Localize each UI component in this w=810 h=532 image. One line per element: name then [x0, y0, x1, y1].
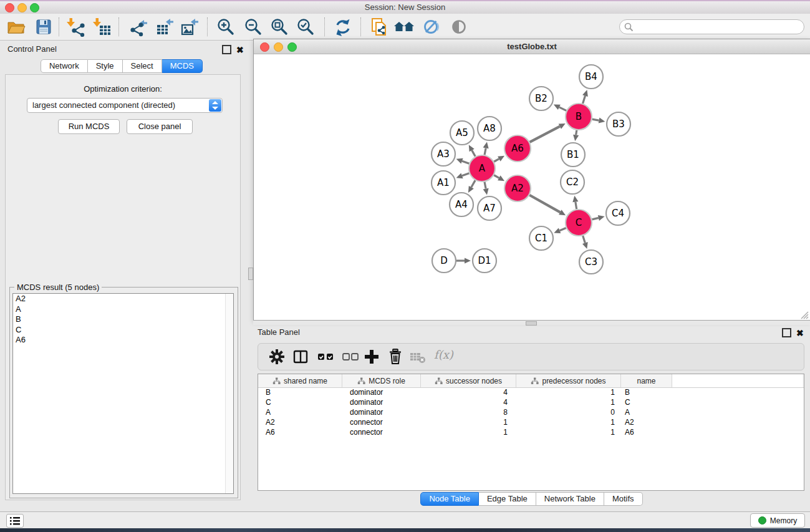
table-cell: B — [621, 388, 672, 398]
edge-A-A8 — [485, 148, 486, 155]
open-session-button[interactable] — [6, 17, 26, 37]
delete-column-button[interactable] — [385, 347, 405, 367]
select-all-button[interactable] — [316, 347, 335, 367]
split-columns-icon — [291, 347, 311, 367]
criterion-select[interactable]: largest connected component (directed) — [27, 98, 223, 113]
table-row[interactable]: A2connector11A2 — [258, 418, 804, 428]
tab-node-table[interactable]: Node Table — [420, 492, 479, 506]
tab-style[interactable]: Style — [88, 59, 123, 73]
hide-graphics-details-button[interactable] — [422, 17, 441, 37]
toolbar-separator — [207, 17, 208, 36]
zoom-selected-icon — [296, 17, 316, 37]
result-list-item[interactable]: C — [13, 325, 233, 336]
result-list-scrollbar[interactable] — [225, 294, 233, 493]
result-list-item[interactable]: B — [13, 314, 233, 325]
zoom-selected-button[interactable] — [296, 17, 316, 37]
table-row[interactable]: Bdominator41B — [258, 388, 804, 398]
main-toolbar — [0, 14, 810, 41]
tab-select[interactable]: Select — [123, 59, 162, 73]
column-header-shared-name[interactable]: shared name — [258, 374, 342, 387]
table-cell: 1 — [421, 418, 516, 428]
hierarchy-icon — [357, 377, 365, 385]
table-panel-float-icon[interactable] — [782, 328, 791, 337]
network-canvas[interactable]: AA1A2A3A4A5A6A7A8BB1B2B3B4CC1C2C3C4DD1 — [254, 54, 809, 320]
select-stepper-icon — [209, 99, 221, 112]
tab-network[interactable]: Network — [41, 59, 88, 73]
column-header-name[interactable]: name — [621, 374, 672, 387]
memory-label: Memory — [770, 516, 797, 525]
hierarchy-icon — [272, 377, 281, 385]
export-table-button[interactable] — [155, 17, 175, 37]
zoom-in-button[interactable] — [216, 17, 236, 37]
result-list-item[interactable]: A6 — [13, 335, 233, 346]
table-panel-close-icon[interactable]: ✖ — [796, 329, 804, 337]
gear-icon — [267, 347, 287, 367]
table-cell: B — [258, 388, 342, 398]
hierarchy-icon — [531, 377, 539, 385]
close-panel-button[interactable]: Close panel — [127, 119, 193, 134]
node-label-C: C — [576, 217, 582, 228]
save-floppy-icon — [34, 17, 54, 37]
resize-grip-icon[interactable] — [800, 311, 809, 319]
criterion-selected-value: largest connected component (directed) — [27, 99, 222, 112]
table-cell: 1 — [516, 398, 621, 408]
tab-edge-table[interactable]: Edge Table — [479, 492, 536, 506]
table-row[interactable]: Cdominator41C — [258, 398, 804, 408]
deselect-all-button[interactable] — [340, 347, 360, 367]
homes-icon — [393, 17, 415, 37]
zoom-out-icon — [243, 17, 263, 37]
import-network-button[interactable] — [66, 17, 86, 37]
node-label-A4: A4 — [455, 199, 468, 210]
search-icon — [624, 22, 634, 32]
task-history-button[interactable] — [6, 514, 24, 528]
apply-layout-button[interactable] — [333, 17, 353, 37]
table-cell: dominator — [342, 398, 421, 408]
table-row[interactable]: Adominator80A — [258, 408, 804, 418]
save-session-button[interactable] — [34, 17, 54, 37]
search-input[interactable] — [636, 21, 798, 33]
open-folder-icon — [6, 17, 26, 37]
clone-network-button[interactable] — [369, 17, 389, 37]
table-cell: A — [258, 408, 342, 418]
export-image-button[interactable] — [180, 17, 200, 37]
column-header-MCDS-role[interactable]: MCDS role — [342, 374, 421, 387]
vertical-splitter-handle[interactable] — [248, 268, 253, 280]
add-column-button[interactable] — [362, 347, 382, 367]
network-overview-button[interactable] — [393, 17, 413, 37]
list-icon — [10, 516, 20, 525]
control-panel-float-icon[interactable] — [222, 45, 231, 54]
tab-mcds[interactable]: MCDS — [162, 59, 203, 73]
result-list-item[interactable]: A — [13, 304, 233, 315]
status-bar: Memory — [0, 511, 810, 529]
column-header-successor-nodes[interactable]: successor nodes — [421, 374, 516, 387]
export-network-icon — [128, 17, 148, 37]
zoom-fit-button[interactable] — [269, 17, 289, 37]
show-details-button[interactable] — [449, 17, 469, 37]
control-panel-close-icon[interactable]: ✖ — [236, 46, 244, 54]
node-label-A5: A5 — [456, 127, 468, 138]
export-image-icon — [180, 17, 200, 37]
table-settings-button[interactable] — [267, 347, 287, 367]
horizontal-splitter[interactable] — [253, 320, 810, 325]
mcds-panel: Optimization criterion: largest connecte… — [5, 74, 241, 500]
column-header-predecessor-nodes[interactable]: predecessor nodes — [516, 374, 621, 387]
export-network-button[interactable] — [128, 17, 148, 37]
delete-table-button-disabled — [408, 347, 428, 367]
table-panel-title: Table Panel — [258, 327, 300, 337]
zoom-out-button[interactable] — [243, 17, 263, 37]
network-graph-svg: AA1A2A3A4A5A6A7A8BB1B2B3B4CC1C2C3C4DD1 — [254, 54, 809, 320]
run-mcds-button[interactable]: Run MCDS — [58, 119, 120, 134]
result-list-item[interactable]: A2 — [13, 294, 233, 304]
edge-C-C2 — [576, 202, 577, 210]
table-row[interactable]: A6connector11A6 — [258, 428, 804, 438]
tab-network-table[interactable]: Network Table — [536, 492, 604, 506]
memory-button[interactable]: Memory — [750, 513, 805, 528]
table-cell: A2 — [258, 418, 342, 428]
tab-motifs[interactable]: Motifs — [604, 492, 643, 506]
node-label-B4: B4 — [585, 71, 597, 82]
toolbar-separator — [324, 17, 325, 36]
node-label-C4: C4 — [612, 208, 624, 219]
network-view-window: testGlobe.txt AA1A2A3A4A5A6A7A8BB1B2B3B4… — [253, 39, 810, 321]
split-panel-button[interactable] — [291, 347, 311, 367]
import-table-button[interactable] — [92, 17, 112, 37]
